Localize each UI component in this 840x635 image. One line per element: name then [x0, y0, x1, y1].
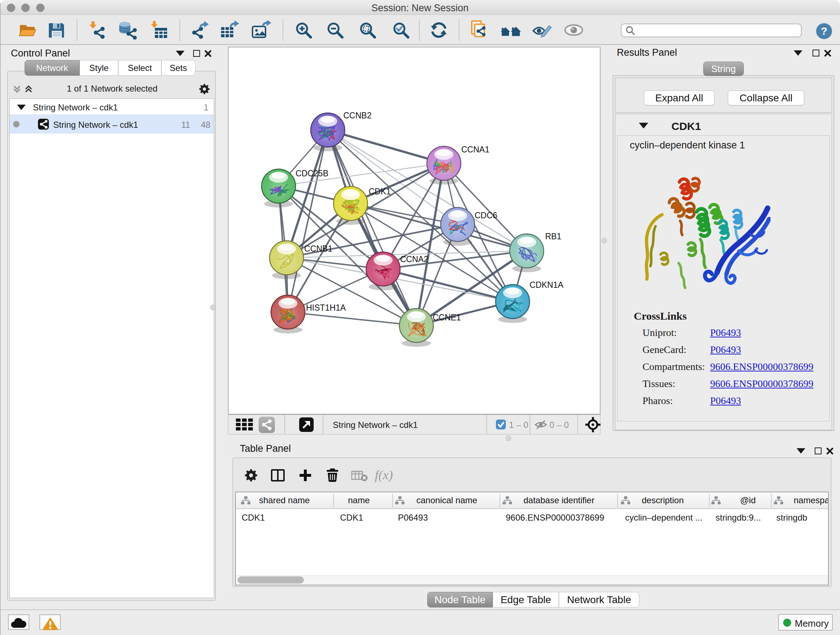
svg-text:RB1: RB1	[545, 232, 561, 241]
svg-text:CCNA1: CCNA1	[461, 145, 489, 154]
svg-text:?: ?	[821, 25, 827, 37]
svg-text:CCNA2: CCNA2	[400, 255, 428, 264]
svg-text:HIST1H1A: HIST1H1A	[306, 303, 346, 312]
svg-text:CDKN1A: CDKN1A	[530, 280, 564, 290]
svg-text:CCNE1: CCNE1	[433, 313, 461, 322]
svg-text:CDK1: CDK1	[369, 187, 391, 196]
svg-text:CCNB2: CCNB2	[343, 111, 371, 120]
svg-text:CDC6: CDC6	[475, 211, 497, 220]
svg-text:CDC25B: CDC25B	[295, 169, 328, 178]
svg-text:CCNB1: CCNB1	[304, 244, 332, 253]
